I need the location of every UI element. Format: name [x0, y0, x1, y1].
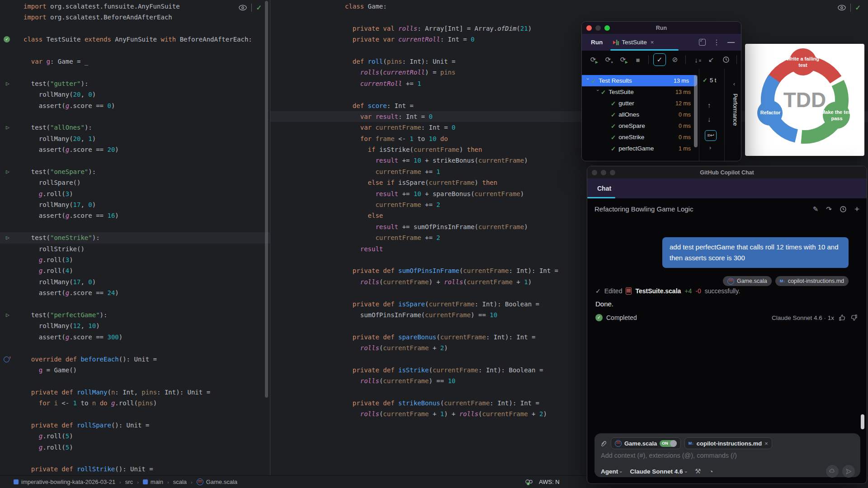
- run-test-icon[interactable]: ▷: [4, 234, 12, 242]
- code-line: ▷ test("oneStrike"):: [0, 232, 270, 243]
- chat-input-field[interactable]: Add context (#), extensions (@), command…: [601, 452, 737, 459]
- expand-strip-icon[interactable]: ›: [709, 145, 711, 151]
- context-chip-Game.scala[interactable]: Game.scala: [723, 276, 772, 286]
- run-test-icon[interactable]: ▷: [4, 311, 12, 319]
- context-chip-copilot-instructions.md[interactable]: M↓copilot-instructions.md: [775, 276, 849, 286]
- edit-title-icon[interactable]: ✎: [813, 205, 819, 213]
- test-tree-row-test-results[interactable]: ›✓Test Results13 ms: [582, 75, 697, 86]
- thumbs-down-icon[interactable]: [850, 314, 858, 321]
- test-tree-row-gutter[interactable]: ✓gutter12 ms: [582, 98, 699, 109]
- breadcrumb-item-src[interactable]: src: [125, 479, 133, 485]
- breadcrumb[interactable]: imperative-bowling-kata-2026-03-21›src›m…: [14, 479, 237, 485]
- chat-window-titlebar[interactable]: GitHub Copilot Chat: [587, 166, 867, 178]
- aws-status-text[interactable]: AWS: N: [539, 479, 560, 485]
- run-test-icon[interactable]: ▷: [4, 80, 12, 88]
- edited-file-name[interactable]: TestSuite.scala: [635, 287, 681, 295]
- rerun-auto-icon[interactable]: ⟳▶: [617, 54, 629, 66]
- traffic-lights[interactable]: [592, 170, 615, 175]
- rerun-icon[interactable]: ⟳▶: [587, 54, 599, 66]
- input-chip-Game.scala[interactable]: Game.scalaON: [611, 437, 681, 449]
- inspections-eye-icon[interactable]: [837, 5, 846, 11]
- breadcrumb-item-imperative-bowling-kata-2026-03-21[interactable]: imperative-bowling-kata-2026-03-21: [14, 479, 115, 485]
- navigate-source-icon[interactable]: ↙: [705, 54, 717, 66]
- scroll-to-end-toggle-icon[interactable]: ≡↩: [705, 130, 717, 141]
- editor-testsuite[interactable]: import org.scalatest.funsuite.AnyFunSuit…: [0, 0, 270, 476]
- previous-test-icon[interactable]: ↑: [708, 101, 711, 109]
- send-button[interactable]: [842, 465, 855, 478]
- close-window-button[interactable]: [592, 170, 597, 175]
- edited-file-row[interactable]: ✓ Edited TestSuite.scala +4 -0 successfu…: [595, 287, 740, 295]
- code-token: n: [92, 399, 96, 407]
- code-line: assert(g.score == 16): [0, 210, 270, 221]
- show-ignored-icon[interactable]: ⊘: [669, 54, 681, 66]
- close-window-button[interactable]: [586, 25, 592, 31]
- chat-scrollbar[interactable]: [861, 414, 864, 429]
- attach-paperclip-icon[interactable]: [600, 440, 607, 447]
- status-right[interactable]: AWS: N: [524, 479, 560, 486]
- usage-gauge-icon[interactable]: ◔: [709, 468, 713, 475]
- rerun-failed-icon[interactable]: ⟳●: [602, 54, 614, 66]
- overrides-method-icon[interactable]: [4, 357, 9, 362]
- tools-icon[interactable]: ⚒: [695, 467, 701, 475]
- show-passed-icon[interactable]: ✓: [653, 53, 666, 66]
- run-pane-label[interactable]: Run: [591, 39, 603, 46]
- performance-tab[interactable]: Performance: [732, 94, 738, 126]
- copilot-status-icon[interactable]: [524, 479, 533, 486]
- thumbs-up-icon[interactable]: [839, 314, 846, 321]
- run-test-icon[interactable]: ▷: [4, 123, 12, 131]
- left-editor-scrollbar[interactable]: [265, 1, 268, 398]
- run-window-titlebar[interactable]: Run: [582, 22, 741, 34]
- traffic-lights[interactable]: [586, 25, 610, 31]
- chip-close-icon[interactable]: ×: [764, 440, 768, 447]
- run-test-icon[interactable]: ▷: [4, 168, 12, 176]
- tree-scrollbar[interactable]: [694, 75, 698, 147]
- history-icon[interactable]: [840, 206, 847, 213]
- tab-testsuite[interactable]: TestSuite ×: [613, 39, 654, 46]
- test-tree-row-perfectgame[interactable]: ✓perfectGame1 ms: [582, 143, 699, 154]
- collapse-panel-icon[interactable]: ›: [733, 81, 735, 88]
- inspection-widget-right[interactable]: ✓: [837, 4, 861, 12]
- close-tab-icon[interactable]: ×: [651, 39, 654, 46]
- input-chip-copilot-instructions.md[interactable]: M↓copilot-instructions.md×: [684, 437, 772, 449]
- code-token: else if: [368, 179, 398, 186]
- zoom-window-button[interactable]: [604, 25, 610, 31]
- hide-window-icon[interactable]: —: [727, 38, 735, 47]
- code-token: BeforeAndAfterEach:: [180, 36, 252, 43]
- history-icon[interactable]: [720, 54, 732, 66]
- tdd-cycle-image: TDD Write a failing test Make the test p…: [745, 44, 864, 156]
- chevron-down-icon[interactable]: ›: [595, 89, 601, 95]
- test-tree-row-onestrike[interactable]: ✓oneStrike0 ms: [582, 131, 699, 143]
- code-token: .roll(: [42, 190, 66, 197]
- code-token: .score ==: [69, 289, 107, 296]
- move-to-window-icon[interactable]: [699, 39, 706, 46]
- run-class-tests-icon[interactable]: ✓: [4, 36, 10, 42]
- zoom-window-button[interactable]: [610, 170, 615, 175]
- breadcrumb-label: Game.scala: [206, 479, 237, 485]
- test-tree-row-allones[interactable]: ✓allOnes0 ms: [582, 109, 699, 120]
- chat-input-box[interactable]: Game.scalaONM↓copilot-instructions.md× A…: [594, 433, 860, 477]
- no-problems-check-icon[interactable]: ✓: [256, 4, 262, 12]
- voice-input-button[interactable]: [826, 465, 839, 478]
- minimize-window-button[interactable]: [601, 170, 606, 175]
- undo-icon[interactable]: ↷: [826, 205, 832, 213]
- breadcrumb-item-scala[interactable]: scala: [173, 479, 187, 485]
- inspections-eye-icon[interactable]: [238, 5, 247, 11]
- minimize-window-button[interactable]: [595, 25, 601, 31]
- more-options-icon[interactable]: ⋮: [713, 38, 720, 47]
- inspection-widget-left[interactable]: ✓: [238, 4, 262, 12]
- model-dropdown[interactable]: Claude Sonnet 4.6›: [630, 468, 687, 475]
- new-chat-icon[interactable]: +: [854, 204, 859, 214]
- stop-icon[interactable]: ■: [632, 54, 644, 66]
- test-tree-row-onespare[interactable]: ✓oneSpare0 ms: [582, 120, 699, 131]
- breadcrumb-item-main[interactable]: main: [143, 479, 163, 485]
- mode-dropdown[interactable]: Agent›: [601, 468, 622, 475]
- sort-duration-icon[interactable]: ↓≡: [690, 54, 702, 66]
- next-test-icon[interactable]: ↓: [708, 115, 711, 123]
- no-problems-check-icon[interactable]: ✓: [855, 4, 861, 12]
- chevron-down-icon[interactable]: ›: [585, 78, 591, 84]
- test-results-tree[interactable]: ›✓Test Results13 ms›✓TestSuite13 ms✓gutt…: [582, 69, 699, 161]
- test-tree-row-testsuite[interactable]: ›✓TestSuite13 ms: [582, 86, 699, 98]
- breadcrumb-item-Game.scala[interactable]: Game.scala: [197, 479, 237, 485]
- tab-chat[interactable]: Chat: [597, 185, 611, 192]
- chip-toggle-on[interactable]: ON: [660, 440, 677, 447]
